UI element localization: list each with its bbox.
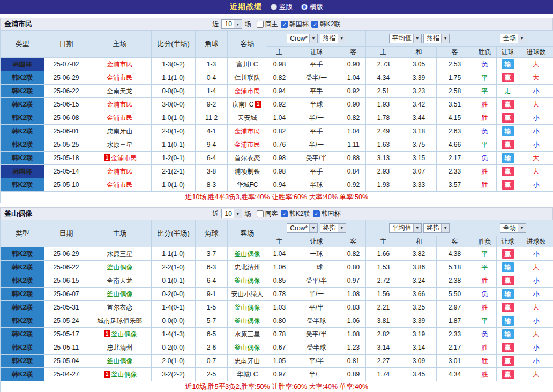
team-label: 华城FC [237,371,258,378]
checkbox-icon[interactable] [281,21,288,28]
chevron-down-icon: ▼ [338,34,346,43]
filter-checkbox[interactable]: 韩K2联 [281,209,310,218]
date-cell: 25-05-14 [44,165,88,178]
goals-result-cell: 大 [519,368,553,381]
corner-cell: 2-5 [196,368,228,381]
avg-draw-odds-cell: 3.86 [401,261,437,274]
handicap-away-odds-cell: 1.06 [341,314,366,328]
chevron-down-icon: ▼ [441,34,449,43]
filter-checkbox[interactable]: 韩国杯 [313,209,341,218]
league-cell: 韩K2联 [1,328,44,341]
avg-away-odds-cell: 2.97 [437,301,473,314]
avg-home-odds-cell: 1.93 [366,98,401,111]
avg-away-odds-cell: 4.38 [437,247,473,261]
handicap-home-odds-cell: 0.78 [267,328,292,341]
handicap-away-odds-cell: 0.80 [341,261,366,274]
match-row: 韩K2联25-04-271釜山偶像3-2(2-2)2-5华城FC0.97半/一0… [1,368,553,381]
odds-company-select[interactable]: Crow*▼ [287,223,318,233]
match-row: 韩K2联25-05-171釜山偶像1-4(1-3)6-5水原三星0.78受平/半… [1,328,553,341]
goals-result-cell: 大 [519,152,553,165]
avg-draw-odds-cell: 3.66 [401,288,437,301]
avg-home-odds-cell: 1.78 [366,111,401,125]
filter-checkbox[interactable]: 同客 [257,209,278,218]
home-team-cell: 忠北清州 [88,341,152,355]
match-count-select[interactable]: 10 ▼ [221,19,242,29]
average-time-select[interactable]: 终指▼ [423,34,450,43]
avg-draw-odds-cell: 3.05 [401,58,437,71]
handicap-result-chip: 赢 [502,249,514,259]
filter-checkbox[interactable]: 同主 [257,20,278,29]
handicap-home-odds-cell: 0.97 [267,368,292,381]
score-cell: 1-0(1-0) [152,111,196,125]
col-avg-away: 客 [437,47,473,58]
chevron-down-icon: ▼ [413,224,421,232]
filter-checkbox[interactable]: 韩国杯 [281,20,309,29]
team-label: 安山小绿人 [231,290,264,298]
checkbox-icon[interactable] [257,210,264,217]
handicap-home-odds-cell: 1.06 [267,261,292,274]
checkbox-icon[interactable] [311,21,318,28]
handicap-result-cell: 输 [497,125,519,138]
league-cell: 韩K2联 [1,247,44,261]
checkbox-label: 同主 [265,20,278,29]
filter-checkbox[interactable]: 韩K2联 [311,20,341,29]
radio-icon[interactable] [301,4,308,10]
goals-result-cell: 大 [519,71,553,85]
checkbox-icon[interactable] [313,210,320,217]
match-row: 韩K2联25-05-24城南足球俱乐部0-0(0-0)5-7釜山偶像0.80受半… [1,314,553,328]
handicap-result-cell: 赢 [497,71,519,85]
fulltime-select[interactable]: 全场▼ [500,34,526,43]
date-cell: 25-06-22 [44,261,88,274]
avg-home-odds-cell: 2.93 [366,165,401,178]
home-team-cell: 水原三星 [88,247,152,261]
col-corner: 角球 [196,31,228,58]
average-select[interactable]: 平均值▼ [389,223,422,233]
goals-result-cell: 小 [519,355,553,368]
radio-icon[interactable] [271,4,277,10]
away-team-cell: 釜山偶像 [228,314,267,328]
odds-time-select[interactable]: 终指▼ [320,34,346,43]
team-label: 釜山偶像 [235,344,260,351]
handicap-push-label: 走 [505,87,511,95]
avg-draw-odds-cell: 3.18 [401,125,437,138]
team-label: 金浦市民 [107,181,133,189]
topbar: 近期战绩 竖版 横版 [0,0,553,14]
chevron-down-icon: ▼ [309,34,317,43]
avg-draw-odds-cell: 3.45 [401,368,437,381]
average-time-select[interactable]: 终指▼ [423,223,450,233]
red-card-badge: 1 [255,101,261,108]
col-let-result: 让球 [497,47,519,58]
avg-home-odds-cell: 3.13 [366,152,401,165]
average-odds-group-header: 平均值▼ 终指▼ [366,220,473,236]
layout-option-horizontal[interactable]: 横版 [301,3,323,12]
avg-home-odds-cell: 2.82 [366,328,401,341]
handicap-result-chip: 输 [502,316,514,326]
checkbox-icon[interactable] [257,21,264,28]
odds-company-select[interactable]: Crow*▼ [287,34,318,43]
col-let-away: 客 [341,236,366,247]
team-label: 金浦市民 [107,101,133,108]
team-label: 釜山偶像 [107,357,133,365]
avg-home-odds-cell: 1.74 [366,368,401,381]
team-label: 忠北清州 [235,263,260,271]
avg-draw-odds-cell: 3.23 [401,85,437,98]
team-section-1: 金浦市民 近 10 ▼ 场 同主韩国杯韩K2联 类型 日期 主场 比分(半场) … [0,18,553,203]
team-label: 釜山偶像 [235,317,260,325]
fulltime-select[interactable]: 全场▼ [500,223,526,233]
odds-time-select[interactable]: 终指▼ [320,223,346,233]
date-cell: 25-06-15 [44,98,88,111]
handicap-away-odds-cell: 0.83 [341,301,366,314]
match-row: 韩国杯25-05-14金浦市民2-1(2-1)3-8浦项制铁0.98平手0.84… [1,165,553,178]
handicap-result-chip: 赢 [502,100,514,109]
result-cell: 负 [473,328,497,341]
checkbox-icon[interactable] [281,210,288,217]
handicap-home-odds-cell: 0.80 [267,314,292,328]
layout-option-vertical[interactable]: 竖版 [271,3,293,12]
team-label: 富川FC [237,61,258,68]
score-cell: 1-1(0-1) [152,138,196,152]
score-cell: 0-0(0-0) [152,314,196,328]
average-select[interactable]: 平均值▼ [389,34,422,43]
away-team-cell: 水原三星 [228,328,267,341]
match-count-select[interactable]: 10 ▼ [221,209,242,218]
score-cell: 3-0(0-0) [152,98,196,111]
